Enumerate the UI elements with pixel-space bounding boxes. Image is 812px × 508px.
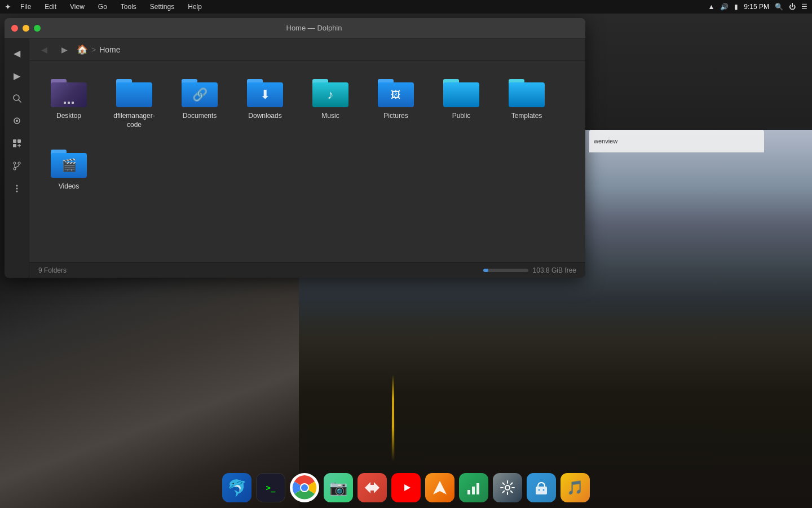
dock-item-settings[interactable] — [493, 473, 522, 502]
maximize-button[interactable] — [34, 25, 41, 32]
search-menubar-icon[interactable]: 🔍 — [775, 3, 783, 11]
menu-tools[interactable]: Tools — [118, 2, 139, 12]
dock-item-terminal[interactable]: >_ — [256, 473, 285, 502]
folder-music-label: Music — [321, 112, 339, 121]
dock-item-charts[interactable] — [459, 473, 488, 502]
folder-public-label: Public — [452, 112, 471, 121]
breadcrumb-separator: > — [91, 45, 96, 54]
svg-point-17 — [301, 484, 308, 491]
statusbar-storage: 103.8 GiB free — [483, 266, 576, 274]
menubar: ✦ File Edit View Go Tools Settings Help … — [0, 0, 812, 14]
sidebar-view-icon[interactable] — [7, 111, 27, 131]
dock-item-chromium[interactable] — [290, 473, 319, 502]
menu-edit[interactable]: Edit — [42, 2, 59, 12]
dock-item-store[interactable] — [527, 473, 556, 502]
svg-marker-18 — [365, 482, 379, 493]
titlebar: Home — Dolphin — [5, 18, 585, 38]
folder-dfilemanager[interactable]: dfilemanager-code — [106, 72, 162, 134]
menu-file[interactable]: File — [18, 2, 33, 12]
power-icon[interactable]: ⏻ — [789, 3, 796, 11]
file-grid: Desktop dfilemanager-code 🔗 — [29, 61, 585, 262]
kde-logo-icon: ✦ — [5, 2, 11, 11]
folder-documents-label: Documents — [183, 112, 217, 121]
storage-fill-indicator — [483, 269, 489, 272]
preview-window: wenview — [589, 130, 764, 152]
svg-rect-5 — [17, 139, 21, 143]
dock-item-migrate[interactable] — [358, 473, 387, 502]
svg-rect-26 — [536, 487, 547, 494]
svg-line-1 — [19, 100, 21, 102]
back-nav-button[interactable]: ◀ — [36, 42, 52, 58]
dock: 🐬 >_ 📷 — [0, 467, 812, 508]
svg-point-10 — [18, 162, 20, 164]
svg-point-28 — [543, 489, 545, 491]
sidebar: ◀ ▶ — [5, 38, 29, 278]
dock-item-music[interactable]: 🎵 — [561, 473, 590, 502]
folder-dfilemanager-label: dfilemanager-code — [111, 112, 158, 129]
window-controls — [11, 25, 41, 32]
breadcrumb-current: Home — [99, 45, 120, 54]
road-line — [392, 375, 395, 461]
window-title: Home — Dolphin — [50, 24, 579, 32]
statusbar-storage-free: 103.8 GiB free — [533, 266, 576, 274]
svg-point-13 — [16, 188, 17, 190]
hamburger-menu-icon[interactable]: ☰ — [801, 3, 807, 11]
storage-usage-bar — [483, 269, 528, 272]
menu-items: File Edit View Go Tools Settings Help — [18, 2, 708, 12]
svg-point-12 — [16, 185, 17, 187]
main-content: ◀ ▶ 🏠 > Home — [29, 38, 585, 278]
volume-icon: 🔊 — [720, 3, 729, 11]
folder-videos[interactable]: 🎬 Videos — [41, 143, 97, 196]
sidebar-search-icon[interactable] — [7, 88, 27, 108]
svg-marker-21 — [433, 481, 447, 494]
folder-documents[interactable]: 🔗 Documents — [171, 72, 228, 134]
folder-music[interactable]: ♪ Music — [302, 72, 359, 134]
breadcrumb: 🏠 > Home — [77, 44, 121, 55]
preview-window-title: wenview — [594, 138, 617, 144]
menu-help[interactable]: Help — [186, 2, 204, 12]
folder-desktop[interactable]: Desktop — [41, 72, 97, 134]
svg-rect-22 — [467, 490, 470, 494]
menu-settings[interactable]: Settings — [148, 2, 176, 12]
svg-point-14 — [16, 191, 17, 192]
sidebar-forward-icon[interactable]: ▶ — [7, 65, 27, 86]
svg-point-27 — [539, 489, 540, 491]
battery-icon: ▮ — [734, 3, 738, 11]
folder-downloads[interactable]: ⬇ Downloads — [237, 72, 293, 134]
menubar-right: ▲ 🔊 ▮ 9:15 PM 🔍 ⏻ ☰ — [708, 3, 807, 11]
close-button[interactable] — [11, 25, 18, 32]
menu-go[interactable]: Go — [96, 2, 109, 12]
svg-point-3 — [16, 120, 18, 122]
statusbar: 9 Folders 103.8 GiB free — [29, 262, 585, 278]
forward-nav-button[interactable]: ▶ — [56, 42, 72, 58]
dock-item-camera[interactable]: 📷 — [324, 473, 353, 502]
dock-item-youtube[interactable] — [391, 473, 421, 502]
svg-rect-23 — [472, 487, 475, 494]
window-body: ◀ ▶ — [5, 38, 585, 278]
home-breadcrumb-icon[interactable]: 🏠 — [77, 44, 88, 55]
sidebar-more-icon[interactable] — [7, 178, 27, 199]
svg-rect-24 — [476, 483, 479, 494]
folder-videos-label: Videos — [59, 182, 79, 191]
minimize-button[interactable] — [23, 25, 29, 32]
svg-point-25 — [505, 485, 510, 490]
menu-view[interactable]: View — [68, 2, 87, 12]
sidebar-addpanel-icon[interactable] — [7, 133, 27, 154]
folder-pictures-label: Pictures — [383, 112, 408, 121]
sidebar-back-icon[interactable]: ◀ — [7, 43, 27, 63]
svg-rect-4 — [13, 139, 16, 143]
sidebar-git-icon[interactable] — [7, 156, 27, 176]
statusbar-folder-count: 9 Folders — [38, 266, 483, 274]
svg-point-9 — [14, 162, 16, 164]
folder-pictures[interactable]: 🖼 Pictures — [368, 72, 424, 134]
svg-point-11 — [14, 168, 16, 170]
dock-item-pen[interactable] — [425, 473, 454, 502]
dock-item-dolphin[interactable]: 🐬 — [222, 473, 251, 502]
folder-templates-label: Templates — [511, 112, 542, 121]
wifi-icon: ▲ — [708, 3, 714, 11]
folder-templates[interactable]: Templates — [498, 72, 555, 134]
folder-public[interactable]: Public — [433, 72, 489, 134]
folder-desktop-label: Desktop — [56, 112, 81, 121]
system-clock: 9:15 PM — [744, 3, 769, 11]
svg-rect-6 — [13, 144, 16, 147]
